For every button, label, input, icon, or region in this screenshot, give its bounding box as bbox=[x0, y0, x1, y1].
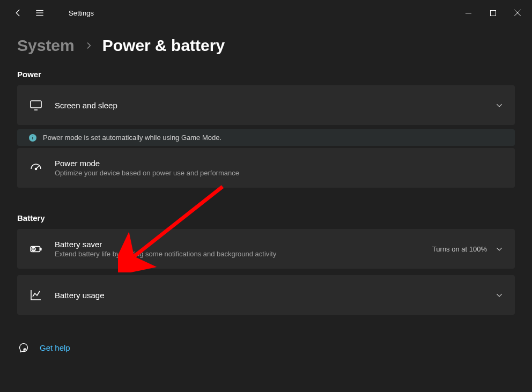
breadcrumb-current: Power & battery bbox=[102, 36, 225, 55]
menu-button[interactable] bbox=[34, 8, 45, 18]
chevron-down-icon bbox=[496, 291, 503, 299]
screen-and-sleep-title: Screen and sleep bbox=[55, 101, 496, 110]
section-header-battery: Battery bbox=[17, 213, 515, 223]
svg-rect-7 bbox=[31, 101, 41, 108]
section-header-power: Power bbox=[17, 70, 515, 79]
breadcrumb: System Power & battery bbox=[17, 36, 515, 55]
titlebar-left: Settings bbox=[2, 8, 94, 18]
chevron-down-icon bbox=[496, 245, 503, 253]
power-mode-info-banner: i Power mode is set automatically while … bbox=[17, 129, 515, 146]
battery-saver-sub: Extend battery life by limiting some not… bbox=[55, 250, 432, 258]
breadcrumb-parent[interactable]: System bbox=[17, 36, 75, 55]
power-mode-row[interactable]: Power mode Optimize your device based on… bbox=[17, 148, 515, 188]
svg-text:?: ? bbox=[25, 349, 26, 351]
screen-icon bbox=[29, 98, 43, 112]
battery-usage-title: Battery usage bbox=[55, 291, 496, 300]
get-help-row[interactable]: ? Get help bbox=[18, 343, 515, 352]
info-icon: i bbox=[29, 134, 36, 142]
battery-usage-row[interactable]: Battery usage bbox=[17, 275, 515, 315]
battery-saver-title: Battery saver bbox=[55, 240, 432, 249]
app-title: Settings bbox=[69, 9, 94, 17]
minimize-button[interactable] bbox=[456, 4, 481, 21]
battery-saver-value: Turns on at 100% bbox=[432, 245, 487, 253]
titlebar: Settings bbox=[0, 0, 532, 26]
window-controls bbox=[456, 4, 530, 21]
content-area: System Power & battery Power Screen and … bbox=[0, 26, 532, 352]
svg-line-9 bbox=[36, 166, 39, 169]
svg-rect-4 bbox=[490, 10, 496, 16]
info-banner-text: Power mode is set automatically while us… bbox=[43, 134, 221, 142]
power-mode-sub: Optimize your device based on power use … bbox=[55, 169, 503, 177]
battery-saver-row[interactable]: Battery saver Extend battery life by lim… bbox=[17, 229, 515, 269]
maximize-button[interactable] bbox=[481, 4, 505, 21]
chevron-right-icon bbox=[84, 41, 93, 50]
gauge-icon bbox=[29, 161, 43, 175]
svg-rect-11 bbox=[40, 248, 41, 250]
help-icon: ? bbox=[18, 343, 28, 352]
screen-and-sleep-row[interactable]: Screen and sleep bbox=[17, 85, 515, 125]
chevron-down-icon bbox=[496, 101, 503, 109]
chart-line-icon bbox=[29, 288, 43, 302]
battery-saver-icon bbox=[29, 242, 43, 256]
close-button[interactable] bbox=[505, 4, 530, 21]
power-mode-title: Power mode bbox=[55, 159, 503, 168]
get-help-link[interactable]: Get help bbox=[40, 343, 70, 352]
back-button[interactable] bbox=[13, 8, 24, 18]
